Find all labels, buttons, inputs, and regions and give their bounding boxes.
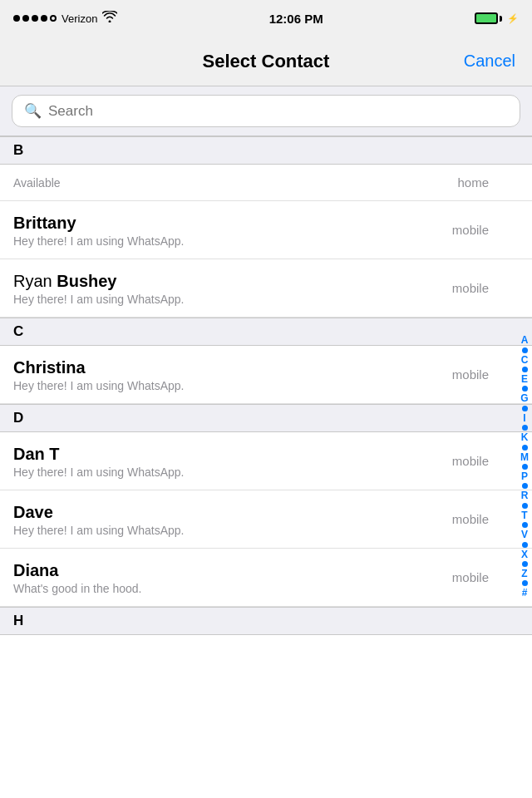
contact-info: Ryan Bushey Hey there! I am using WhatsA…	[13, 271, 452, 306]
contact-info: Dan T Hey there! I am using WhatsApp.	[13, 444, 452, 479]
search-input-wrapper[interactable]: 🔍	[12, 95, 520, 127]
search-icon: 🔍	[24, 102, 42, 120]
list-item[interactable]: Christina Hey there! I am using WhatsApp…	[0, 346, 532, 404]
contact-status-text: Hey there! I am using WhatsApp.	[13, 234, 452, 248]
contact-name: Dan T	[13, 444, 452, 464]
signal-dot-2	[22, 15, 29, 22]
contact-info: Brittany Hey there! I am using WhatsApp.	[13, 213, 452, 248]
side-index-m[interactable]: M	[520, 451, 529, 463]
side-index-hash[interactable]: #	[522, 587, 528, 598]
signal-dot-1	[13, 15, 20, 22]
contact-status-text: Available	[13, 176, 61, 190]
contact-list: B Available home Brittany Hey there! I a…	[0, 136, 532, 797]
side-index-v[interactable]: V	[521, 529, 528, 540]
contact-info: Diana What's good in the hood.	[13, 560, 452, 595]
list-item[interactable]: Brittany Hey there! I am using WhatsApp.…	[0, 201, 532, 259]
side-index-i[interactable]: I	[523, 412, 525, 424]
status-right: ⚡	[475, 12, 519, 24]
list-item[interactable]: Diana What's good in the hood. mobile	[0, 549, 532, 607]
contact-phone-type: mobile	[452, 281, 489, 295]
signal-dots	[13, 15, 57, 22]
status-time: 12:06 PM	[269, 12, 323, 26]
contact-status-text: Hey there! I am using WhatsApp.	[13, 293, 452, 306]
contact-name: Ryan Bushey	[13, 271, 452, 291]
contact-status-text: Hey there! I am using WhatsApp.	[13, 524, 452, 537]
search-input[interactable]	[48, 103, 508, 120]
contact-name: Brittany	[13, 213, 452, 233]
list-item[interactable]: Dave Hey there! I am using WhatsApp. mob…	[0, 490, 532, 549]
carrier-label: Verizon	[62, 12, 97, 25]
search-bar-container: 🔍	[0, 86, 532, 136]
side-index-k[interactable]: K	[521, 431, 529, 443]
battery-body	[475, 12, 498, 24]
section-header-h: H	[0, 607, 532, 635]
list-item[interactable]: Ryan Bushey Hey there! I am using WhatsA…	[0, 259, 532, 318]
contact-phone-type: mobile	[452, 570, 489, 584]
contact-info: Christina Hey there! I am using WhatsApp…	[13, 357, 452, 392]
contact-status-text: Hey there! I am using WhatsApp.	[13, 466, 452, 479]
contact-phone-type: mobile	[452, 454, 489, 468]
status-left: Verizon	[13, 11, 117, 26]
signal-dot-4	[41, 15, 47, 22]
battery-tip	[500, 16, 502, 22]
section-header-b: B	[0, 136, 532, 165]
contact-name: Diana	[13, 560, 452, 580]
contact-first-name: Ryan	[13, 272, 57, 290]
cancel-button[interactable]: Cancel	[464, 52, 515, 71]
side-index-x[interactable]: X	[521, 549, 528, 560]
contact-status-text: What's good in the hood.	[13, 582, 452, 595]
side-index-c[interactable]: C	[521, 354, 529, 366]
contact-name: Dave	[13, 502, 452, 522]
contact-status-text: Hey there! I am using WhatsApp.	[13, 379, 452, 392]
section-header-c: C	[0, 318, 532, 346]
contact-phone-type: mobile	[452, 223, 489, 237]
contact-phone-type: home	[457, 175, 489, 190]
side-index-p[interactable]: P	[521, 470, 528, 482]
list-item[interactable]: Available home	[0, 165, 532, 201]
wifi-icon	[102, 11, 117, 26]
side-index-g[interactable]: G	[520, 392, 528, 404]
contact-name: Christina	[13, 357, 452, 377]
signal-dot-3	[32, 15, 38, 22]
list-item[interactable]: Dan T Hey there! I am using WhatsApp. mo…	[0, 432, 532, 490]
contact-info: Dave Hey there! I am using WhatsApp.	[13, 502, 452, 537]
contact-phone-type: mobile	[452, 367, 489, 382]
page-title: Select Contact	[203, 51, 330, 72]
side-index-r[interactable]: R	[521, 490, 529, 501]
signal-dot-5	[50, 15, 57, 22]
battery-bolt-icon: ⚡	[507, 13, 519, 24]
status-bar: Verizon 12:06 PM ⚡	[0, 0, 532, 37]
nav-bar: Select Contact Cancel	[0, 37, 532, 86]
side-index-z[interactable]: Z	[521, 568, 527, 579]
battery-indicator	[475, 12, 502, 24]
side-index-e[interactable]: E	[521, 373, 528, 385]
section-header-d: D	[0, 404, 532, 432]
side-index-a[interactable]: A	[521, 334, 529, 346]
contact-phone-type: mobile	[452, 512, 489, 526]
side-index-t[interactable]: T	[521, 510, 527, 521]
